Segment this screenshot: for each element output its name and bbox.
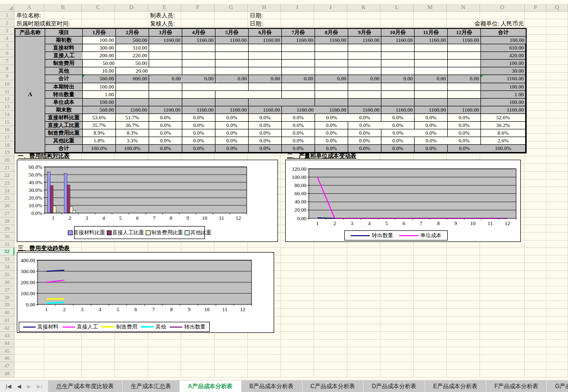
table-cell[interactable]: 0.0% xyxy=(282,114,315,122)
table-cell[interactable] xyxy=(448,52,481,60)
table-cell[interactable]: 0.0% xyxy=(448,122,481,129)
column-header-H[interactable]: H xyxy=(248,4,281,12)
cell-currency-note[interactable]: 金额单位: 人民币元 xyxy=(452,20,524,28)
table-cell[interactable]: 1160.00 xyxy=(448,106,481,114)
header-total[interactable]: 合计 xyxy=(481,29,526,37)
row-header-44[interactable]: 44 xyxy=(0,340,14,347)
table-cell[interactable]: 0.00 xyxy=(282,75,315,83)
table-cell[interactable]: 0.0% xyxy=(315,129,348,137)
table-cell[interactable]: 1160.00 xyxy=(348,37,381,44)
table-cell[interactable]: 1160.00 xyxy=(381,37,415,44)
table-cell[interactable]: 0.0% xyxy=(315,122,348,129)
table-cell[interactable] xyxy=(182,44,215,52)
row-header-37[interactable]: 37 xyxy=(0,286,14,294)
row-header-2[interactable]: 2 xyxy=(0,19,14,27)
table-cell-total[interactable]: 1.00 xyxy=(481,91,526,99)
table-cell[interactable] xyxy=(415,91,448,99)
table-cell[interactable] xyxy=(315,44,348,52)
sheet-tab-A产品成本分析表[interactable]: A产品成本分析表 xyxy=(180,380,241,392)
row-header-45[interactable]: 45 xyxy=(0,347,14,355)
table-cell-total[interactable]: 1160.00 xyxy=(481,75,526,83)
row-header-29[interactable]: 29 xyxy=(0,225,14,233)
sheet-tab-D产品成本分析表[interactable]: D产品成本分析表 xyxy=(364,380,425,392)
table-cell[interactable] xyxy=(249,44,282,52)
table-cell-total[interactable]: 1160.00 xyxy=(481,106,526,114)
table-cell-total[interactable]: 30.00 xyxy=(481,67,526,75)
table-cell[interactable]: 100.0% xyxy=(116,145,149,152)
table-cell[interactable] xyxy=(182,99,215,106)
table-cell[interactable]: 0.00 xyxy=(215,75,249,83)
table-cell-total[interactable]: 420.00 xyxy=(481,52,526,60)
table-cell[interactable]: 0.0% xyxy=(348,114,381,122)
chart-1[interactable]: 0.0%10.0%20.0%30.0%40.0%50.0%60.0%123456… xyxy=(17,160,278,242)
table-cell[interactable] xyxy=(448,67,481,75)
row-header-39[interactable]: 39 xyxy=(0,301,14,309)
table-cell[interactable] xyxy=(282,60,315,67)
table-cell[interactable] xyxy=(215,67,249,75)
table-cell[interactable]: 0.0% xyxy=(249,145,282,152)
chart2-title[interactable]: 二、产量和单位成本变动表 xyxy=(287,152,356,159)
row-header-40[interactable]: 40 xyxy=(0,309,14,316)
table-cell-total[interactable]: 2.6% xyxy=(481,137,526,145)
table-cell[interactable]: 8.3% xyxy=(116,129,149,137)
table-cell[interactable]: 0.0% xyxy=(315,114,348,122)
table-cell[interactable] xyxy=(116,99,149,106)
row-header-21[interactable]: 21 xyxy=(0,164,14,172)
row-header-20[interactable]: 20 xyxy=(0,156,14,164)
table-cell[interactable] xyxy=(149,60,182,67)
table-cell-total[interactable]: 100.00 xyxy=(481,83,526,91)
row-header-7[interactable]: 7 xyxy=(0,57,14,65)
row-label[interactable]: 制造费用 xyxy=(45,60,83,67)
table-cell[interactable]: 100.00 xyxy=(83,83,116,91)
table-cell[interactable] xyxy=(348,60,381,67)
table-cell[interactable]: 0.0% xyxy=(415,145,448,152)
table-cell[interactable]: 1160.00 xyxy=(415,37,448,44)
row-header-18[interactable]: 18 xyxy=(0,141,14,149)
table-cell[interactable]: 36.7% xyxy=(116,122,149,129)
column-header-K[interactable]: K xyxy=(347,4,380,12)
row-label[interactable]: 直接人工比重 xyxy=(45,122,83,129)
table-cell[interactable] xyxy=(282,99,315,106)
table-cell[interactable]: 0.0% xyxy=(381,114,415,122)
table-cell[interactable]: 0.0% xyxy=(381,145,415,152)
table-cell[interactable]: 0.00 xyxy=(348,75,381,83)
table-cell[interactable]: 1160.00 xyxy=(381,106,415,114)
row-header-6[interactable]: 6 xyxy=(0,50,14,57)
table-cell[interactable]: 1160.00 xyxy=(315,37,348,44)
table-cell[interactable]: 53.6% xyxy=(83,114,116,122)
table-cell-total[interactable]: 100.0% xyxy=(481,145,526,152)
row-label[interactable]: 期初数 xyxy=(45,37,83,44)
table-cell[interactable] xyxy=(448,91,481,99)
row-header-16[interactable]: 16 xyxy=(0,126,14,134)
table-cell[interactable]: 1160.00 xyxy=(282,106,315,114)
table-cell[interactable] xyxy=(315,83,348,91)
row-header-25[interactable]: 25 xyxy=(0,194,14,202)
table-cell[interactable] xyxy=(249,52,282,60)
table-cell[interactable]: 1160.00 xyxy=(448,37,481,44)
table-cell[interactable]: 0.0% xyxy=(415,122,448,129)
header-month-3[interactable]: 3月份 xyxy=(149,29,182,37)
row-header-14[interactable]: 14 xyxy=(0,111,14,118)
table-cell[interactable]: 0.0% xyxy=(415,129,448,137)
table-cell[interactable]: 0.0% xyxy=(448,137,481,145)
table-cell[interactable]: 0.0% xyxy=(215,122,249,129)
table-cell[interactable] xyxy=(249,91,282,99)
row-label[interactable]: 制造费用比重 xyxy=(45,129,83,137)
table-cell[interactable]: 0.0% xyxy=(149,114,182,122)
header-month-1[interactable]: 1月份 xyxy=(83,29,116,37)
chart-2[interactable]: 0.0020.0040.0060.0080.00100.00120.001234… xyxy=(285,160,521,242)
cell-reviewer-label[interactable]: 复核人员: xyxy=(150,20,175,28)
table-cell[interactable]: 0.0% xyxy=(381,137,415,145)
table-cell[interactable] xyxy=(182,83,215,91)
table-cell[interactable] xyxy=(415,60,448,67)
column-header-I[interactable]: I xyxy=(281,4,314,12)
table-cell[interactable]: 0.0% xyxy=(182,145,215,152)
table-cell[interactable] xyxy=(182,67,215,75)
table-cell[interactable] xyxy=(282,52,315,60)
column-header-N[interactable]: N xyxy=(447,4,480,12)
row-label[interactable]: 直接材料比重 xyxy=(45,114,83,122)
table-cell[interactable]: 310.00 xyxy=(116,44,149,52)
sheet-tab-生产成本汇总表[interactable]: 生产成本汇总表 xyxy=(123,380,180,392)
table-cell[interactable] xyxy=(282,83,315,91)
table-cell[interactable]: 0.00 xyxy=(315,75,348,83)
